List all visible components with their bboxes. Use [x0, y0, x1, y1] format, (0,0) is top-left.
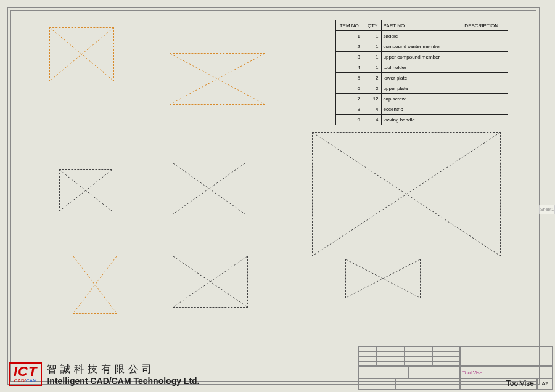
bom-cell-desc	[462, 52, 508, 62]
logo-sub-text: CAD/CAM	[14, 378, 37, 383]
bom-header-item: ITEM NO.	[336, 20, 363, 31]
bom-table: ITEM NO. QTY. PART NO. DESCRIPTION 11sad…	[335, 20, 508, 125]
bom-cell-part: locking handle	[381, 115, 462, 125]
view-placeholder[interactable]	[73, 256, 117, 314]
view-placeholder[interactable]	[173, 256, 248, 308]
view-placeholder[interactable]	[49, 27, 114, 81]
bom-row: 21compound center member	[336, 41, 508, 52]
bom-cell-qty: 1	[363, 52, 382, 62]
bom-cell-item: 2	[336, 41, 363, 52]
view-placeholder[interactable]	[345, 259, 421, 298]
bom-cell-part: eccentric	[381, 104, 462, 115]
bom-cell-desc	[462, 104, 508, 115]
bom-header-part: PART NO.	[381, 20, 462, 31]
bom-row: 62upper plate	[336, 83, 508, 94]
company-name-cn: 智誠科技有限公司	[47, 363, 199, 376]
title-block-drawing-name: ToolVise	[460, 379, 538, 388]
bom-cell-part: tool holder	[381, 62, 462, 73]
bom-row: 52lower plate	[336, 73, 508, 83]
bom-cell-part: compound center member	[381, 41, 462, 52]
bom-header-desc: DESCRIPTION	[462, 20, 508, 31]
bom-cell-item: 5	[336, 73, 363, 83]
bom-row: 94locking handle	[336, 115, 508, 125]
bom-cell-qty: 2	[363, 73, 382, 83]
view-placeholder[interactable]	[170, 53, 265, 105]
bom-cell-qty: 4	[363, 104, 382, 115]
bom-cell-part: cap screw	[381, 94, 462, 104]
bom-cell-qty: 1	[363, 62, 382, 73]
bom-cell-item: 3	[336, 52, 363, 62]
svg-line-5	[60, 170, 112, 211]
sheet-tab[interactable]: Sheet1	[539, 205, 555, 214]
svg-line-13	[73, 256, 117, 313]
title-block: Tool Vise ToolVise A2	[358, 346, 553, 390]
bom-cell-item: 6	[336, 83, 363, 94]
bom-cell-item: 9	[336, 115, 363, 125]
bom-cell-qty: 12	[363, 94, 382, 104]
bom-row: 712cap screw	[336, 94, 508, 104]
svg-line-7	[173, 163, 245, 214]
view-placeholder[interactable]	[312, 132, 501, 256]
bom-row: 31upper compound member	[336, 52, 508, 62]
bom-cell-part: upper plate	[381, 83, 462, 94]
title-block-project: Tool Vise	[462, 370, 482, 375]
bom-cell-part: saddle	[381, 31, 462, 41]
title-block-size: A2	[537, 378, 553, 390]
bom-cell-item: 7	[336, 94, 363, 104]
svg-line-15	[173, 256, 247, 307]
bom-cell-qty: 2	[363, 83, 382, 94]
ict-logo-icon: ICT CAD/CAM	[9, 362, 42, 386]
bom-cell-desc	[462, 41, 508, 52]
bom-cell-item: 1	[336, 31, 363, 41]
logo-ict-text: ICT	[14, 365, 37, 378]
bom-row: 41tool holder	[336, 62, 508, 73]
bom-header-qty: QTY.	[363, 20, 382, 31]
bom-cell-desc	[462, 62, 508, 73]
bom-cell-desc	[462, 94, 508, 104]
company-name-block: 智誠科技有限公司 Intelligent CAD/CAM Technology …	[47, 363, 199, 386]
svg-line-12	[73, 256, 117, 313]
bom-cell-qty: 1	[363, 31, 382, 41]
bom-cell-desc	[462, 73, 508, 83]
company-logo-block: ICT CAD/CAM 智誠科技有限公司 Intelligent CAD/CAM…	[9, 362, 200, 386]
view-placeholder[interactable]	[173, 163, 245, 214]
bom-cell-desc	[462, 83, 508, 94]
bom-cell-qty: 4	[363, 115, 382, 125]
bom-cell-desc	[462, 31, 508, 41]
bom-cell-part: lower plate	[381, 73, 462, 83]
bom-header-row: ITEM NO. QTY. PART NO. DESCRIPTION	[336, 20, 508, 31]
bom-row: 11saddle	[336, 31, 508, 41]
company-name-en: Intelligent CAD/CAM Technology Ltd.	[47, 376, 199, 386]
bom-cell-desc	[462, 115, 508, 125]
bom-cell-part: upper compound member	[381, 52, 462, 62]
bom-cell-qty: 1	[363, 41, 382, 52]
bom-row: 84eccentric	[336, 104, 508, 115]
view-placeholder[interactable]	[59, 169, 112, 211]
bom-cell-item: 4	[336, 62, 363, 73]
bom-cell-item: 8	[336, 104, 363, 115]
